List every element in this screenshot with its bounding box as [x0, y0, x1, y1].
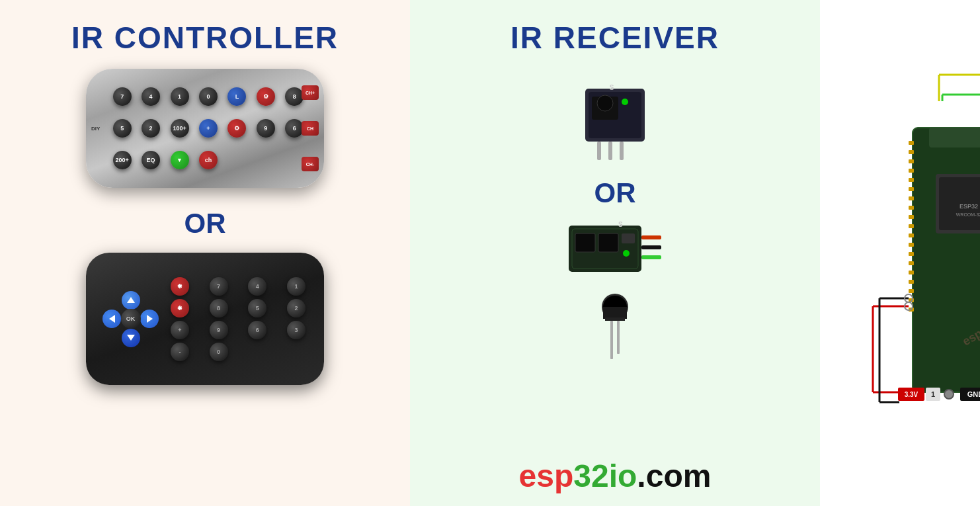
- btn-hash[interactable]: ✱: [171, 299, 189, 317]
- black-remote: OK ✱ 7 4 1 ✱ 8 5 2 + 9 6 3 - 0: [86, 253, 324, 385]
- svg-rect-38: [909, 187, 914, 191]
- svg-rect-7: [620, 142, 624, 160]
- btn-red1[interactable]: ⚙: [257, 87, 275, 106]
- svg-rect-16: [641, 245, 661, 249]
- svg-text:ESP32: ESP32: [960, 203, 978, 210]
- btn-2[interactable]: 2: [142, 119, 160, 138]
- btn-r0[interactable]: 0: [210, 343, 228, 361]
- btn-r2[interactable]: 2: [287, 299, 306, 317]
- btn-r6[interactable]: 6: [248, 321, 266, 339]
- btn-ch-minus[interactable]: CH-: [302, 157, 319, 171]
- btn-rplus[interactable]: +: [171, 321, 189, 339]
- website-com: .com: [637, 458, 711, 493]
- svg-rect-25: [913, 128, 980, 392]
- btn-eq[interactable]: EQ: [142, 151, 160, 169]
- website-esp: esp: [519, 458, 574, 493]
- arrow-up-icon: [127, 297, 135, 303]
- svg-point-14: [623, 250, 630, 257]
- btn-r5[interactable]: 5: [248, 299, 266, 317]
- or-label-1: OR: [184, 208, 226, 239]
- btn-blue1[interactable]: L: [227, 87, 246, 106]
- btn-200[interactable]: 200+: [113, 151, 132, 169]
- remote1-buttons: 7 4 1 0 L ⚙ 8 5 2 100+ + ⚙ 9 6 200+ EQ ▼…: [96, 77, 314, 180]
- svg-rect-33: [909, 141, 914, 145]
- btn-blue2[interactable]: +: [199, 119, 218, 138]
- arrow-down-icon: [127, 335, 135, 341]
- ir-board-module: S: [565, 219, 665, 278]
- btn-4[interactable]: 4: [142, 87, 160, 106]
- btn-red3[interactable]: ch: [199, 151, 218, 169]
- ir-receiver-title: IR RECEIVER: [510, 20, 719, 56]
- left-panel: IR CONTROLLER DIY 7 4 1 0 L ⚙ 8 5 2 100+…: [0, 0, 410, 506]
- svg-rect-30: [929, 128, 980, 148]
- btn-1[interactable]: 1: [171, 87, 189, 106]
- btn-green1[interactable]: ▼: [171, 151, 189, 169]
- middle-panel: IR RECEIVER S OR: [410, 0, 820, 506]
- svg-rect-17: [641, 255, 661, 259]
- btn-ch-plus[interactable]: CH+: [302, 85, 319, 100]
- svg-rect-36: [909, 169, 914, 173]
- btn-100[interactable]: 100+: [171, 119, 189, 138]
- svg-rect-22: [605, 317, 625, 321]
- btn-0[interactable]: 0: [199, 87, 218, 106]
- svg-rect-11: [575, 233, 595, 252]
- svg-rect-45: [909, 252, 914, 256]
- btn-rminus[interactable]: -: [171, 343, 189, 361]
- arrow-right-icon: [147, 315, 153, 323]
- channel-buttons: CH+ CH CH-: [302, 75, 319, 181]
- svg-rect-23: [610, 321, 613, 359]
- remote-logo: DIY: [91, 126, 100, 132]
- btn-r8[interactable]: 8: [210, 299, 228, 317]
- svg-rect-24: [617, 321, 620, 354]
- ir-led-component: [589, 288, 641, 368]
- svg-point-4: [622, 99, 628, 105]
- svg-rect-43: [909, 233, 914, 237]
- esp32-wiring-diagram: ESP32 WROOM-32: [820, 22, 980, 485]
- btn-r9[interactable]: 9: [210, 321, 228, 339]
- btn-r1[interactable]: 1: [287, 277, 306, 296]
- svg-text:S: S: [618, 221, 623, 228]
- svg-rect-47: [909, 271, 914, 274]
- svg-point-98: [944, 390, 954, 399]
- dpad-up[interactable]: [122, 291, 140, 310]
- svg-text:1: 1: [931, 390, 935, 398]
- ir-sensor-module: S: [572, 82, 658, 168]
- btn-r3[interactable]: 3: [287, 321, 306, 339]
- svg-rect-41: [909, 215, 914, 219]
- svg-rect-49: [909, 289, 914, 293]
- svg-text:GND: GND: [967, 390, 980, 398]
- svg-text:3.3V: 3.3V: [905, 391, 919, 398]
- svg-rect-21: [603, 307, 627, 319]
- dpad-left[interactable]: [102, 310, 121, 328]
- arrow-left-icon: [109, 315, 115, 323]
- svg-rect-6: [608, 142, 612, 160]
- svg-point-3: [597, 95, 613, 111]
- ir-controller-title: IR CONTROLLER: [71, 20, 339, 56]
- svg-rect-46: [909, 261, 914, 265]
- svg-rect-5: [597, 142, 601, 160]
- btn-7[interactable]: 7: [113, 87, 132, 106]
- svg-text:WROOM-32: WROOM-32: [956, 212, 980, 217]
- silver-remote: DIY 7 4 1 0 L ⚙ 8 5 2 100+ + ⚙ 9 6 200+ …: [86, 69, 324, 188]
- svg-rect-37: [909, 178, 914, 182]
- svg-rect-40: [909, 206, 914, 210]
- svg-rect-44: [909, 243, 914, 247]
- svg-rect-39: [909, 196, 914, 200]
- svg-rect-35: [909, 159, 914, 163]
- btn-9[interactable]: 9: [257, 119, 275, 138]
- btn-ch[interactable]: CH: [302, 121, 319, 136]
- or-label-2: OR: [594, 177, 636, 209]
- dpad-down[interactable]: [122, 329, 140, 347]
- dpad-ok[interactable]: OK: [121, 309, 141, 329]
- svg-rect-12: [598, 233, 618, 252]
- btn-star[interactable]: ✱: [171, 277, 189, 296]
- dpad: OK: [102, 291, 159, 347]
- svg-rect-13: [622, 233, 635, 243]
- btn-r4[interactable]: 4: [248, 277, 266, 296]
- btn-5[interactable]: 5: [113, 119, 132, 138]
- btn-red2[interactable]: ⚙: [227, 119, 246, 138]
- right-panel: ESP32 WROOM-32: [820, 0, 980, 506]
- btn-r7[interactable]: 7: [210, 277, 228, 296]
- svg-rect-42: [909, 224, 914, 228]
- dpad-right[interactable]: [140, 310, 159, 328]
